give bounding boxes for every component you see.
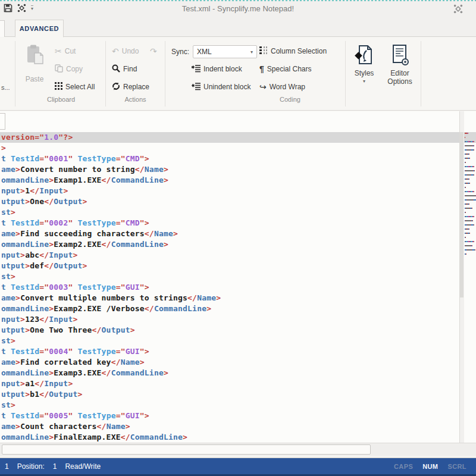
code-line[interactable]: ommandLine>Examp2.EXE</CommandLine>	[0, 239, 459, 250]
minimap-line	[465, 220, 476, 221]
styles-button[interactable]: Styles ▾	[349, 42, 380, 104]
code-line[interactable]: st>	[0, 207, 459, 218]
redo-button[interactable]: ↷	[150, 45, 157, 58]
paste-button[interactable]: Paste	[19, 42, 50, 104]
ribbon: s... Paste ✂ Cut Copy Select All Clipboa…	[0, 37, 476, 111]
code-line[interactable]: st>	[0, 400, 459, 411]
code-line[interactable]: ame>Find correlated key</Name>	[0, 357, 459, 368]
code-line[interactable]: ommandLine>Examp1.EXE</CommandLine>	[0, 175, 459, 186]
column-selection-label: Column Selection	[271, 47, 327, 55]
minimap-line	[465, 224, 476, 226]
select-all-icon	[55, 82, 62, 92]
group-divider	[105, 41, 106, 107]
code-line[interactable]: nput>a1</Input>	[0, 378, 459, 389]
code-line[interactable]: st>	[0, 271, 459, 282]
find-button[interactable]: Find	[112, 62, 137, 76]
unindent-block-label: Unindent block	[203, 83, 250, 91]
minimap-line	[465, 249, 476, 250]
minimap-line	[465, 137, 476, 138]
vertical-scrollbar-thumb[interactable]	[460, 132, 464, 298]
redo-icon: ↷	[150, 47, 157, 55]
code-line[interactable]: ame>Find succeeding characters</Name>	[0, 228, 459, 239]
minimap-line	[465, 195, 476, 196]
minimap-line	[465, 241, 476, 242]
fullscreen-toggle-icon[interactable]	[453, 4, 463, 16]
code-line[interactable]: nput>123</Input>	[0, 314, 459, 325]
status-mode: Read/Write	[65, 462, 101, 471]
code-line[interactable]: nput>abc</Input>	[0, 250, 459, 261]
code-line[interactable]: utput>One</Output>	[0, 196, 459, 207]
horizontal-scrollbar-thumb[interactable]	[2, 444, 371, 455]
minimap-line	[465, 183, 476, 184]
sync-label: Sync:	[171, 48, 189, 56]
code-lines[interactable]: version="1.0"?>>t TestId="0001" TestType…	[0, 132, 459, 443]
paste-icon	[19, 45, 50, 67]
code-line[interactable]: st>	[0, 336, 459, 346]
minimap[interactable]	[465, 133, 476, 275]
code-line[interactable]: ame>Convert multiple numbers to strings<…	[0, 293, 459, 303]
code-line[interactable]: t TestId="0002" TestType="CMD">	[0, 218, 459, 228]
undo-button[interactable]: ↶ Undo	[112, 45, 139, 58]
ribbon-tab-row	[0, 18, 476, 37]
code-line[interactable]: ommandLine>Examp3.EXE</CommandLine>	[0, 368, 459, 378]
code-line[interactable]: t TestId="0005" TestType="GUI">	[0, 411, 459, 421]
undo-icon: ↶	[112, 47, 119, 55]
unindent-block-button[interactable]: Unindent block	[192, 80, 250, 93]
minimap-line	[465, 208, 476, 209]
scrl-indicator: SCRL	[447, 463, 466, 470]
minimap-line	[465, 216, 476, 217]
status-line-number: 1	[5, 462, 9, 471]
window-title: Test.xml - Syncplify.me Notepad!	[0, 4, 476, 13]
minimap-line	[465, 174, 476, 176]
status-position-label: Position:	[17, 462, 45, 471]
status-bar: 1 Position: 1 Read/Write CAPS NUM SCRL I…	[0, 458, 476, 476]
minimap-line	[465, 212, 476, 213]
replace-button[interactable]: Replace	[112, 80, 149, 93]
actions-group-label: Actions	[107, 96, 164, 103]
select-all-button[interactable]: Select All	[55, 80, 95, 93]
code-line[interactable]: >	[0, 143, 459, 154]
minimap-line	[465, 233, 476, 234]
copy-button[interactable]: Copy	[55, 62, 83, 76]
minimap-line	[465, 145, 476, 146]
copy-label: Copy	[66, 65, 83, 73]
group-divider	[421, 41, 421, 107]
code-line[interactable]: nput>1</Input>	[0, 186, 459, 196]
status-position-value: 1	[53, 462, 57, 471]
word-wrap-button[interactable]: ↪ Word Wrap	[259, 80, 305, 93]
minimap-line	[465, 191, 476, 192]
code-line[interactable]: ame>Count characters</Name>	[0, 421, 459, 432]
minimap-line	[465, 141, 476, 142]
syntax-combobox[interactable]: XML ▾	[193, 45, 257, 58]
editor-options-button[interactable]: Editor Options	[384, 42, 415, 104]
minimap-line	[465, 245, 476, 246]
indent-block-button[interactable]: Indent block	[192, 62, 242, 76]
cut-icon: ✂	[55, 47, 62, 55]
column-selection-button[interactable]: Column Selection	[259, 45, 327, 58]
code-line[interactable]: utput>One Two Three</Output>	[0, 325, 459, 336]
select-all-label: Select All	[65, 83, 95, 91]
code-line[interactable]: t TestId="0003" TestType="GUI">	[0, 282, 459, 293]
tab-advanced[interactable]: ADVANCED	[15, 20, 64, 37]
replace-icon	[112, 82, 120, 92]
window-top-accent	[0, 0, 476, 1]
group-divider	[165, 41, 165, 107]
word-wrap-label: Word Wrap	[270, 83, 305, 91]
editor-options-label-1: Editor	[384, 69, 415, 77]
code-line[interactable]: utput>b1</Output>	[0, 389, 459, 400]
code-line[interactable]: utput>def</Output>	[0, 261, 459, 271]
code-line[interactable]: t TestId="0004" TestType="GUI">	[0, 346, 459, 357]
code-line[interactable]: ommandLine>Examp2.EXE /Verbose</CommandL…	[0, 303, 459, 314]
cut-button[interactable]: ✂ Cut	[55, 45, 76, 58]
code-line[interactable]: ommandLine>FinalExamp.EXE</CommandLine>	[0, 432, 459, 443]
coding-group-label: Coding	[238, 96, 342, 103]
tab-partial-left[interactable]	[0, 20, 5, 37]
partial-left-button[interactable]: s...	[1, 84, 10, 91]
copy-icon	[55, 64, 63, 74]
code-line[interactable]: version="1.0"?>	[0, 132, 459, 143]
minimap-line	[465, 149, 476, 151]
special-chars-button[interactable]: ¶ Special Chars	[259, 62, 312, 76]
chevron-down-icon: ▾	[250, 49, 253, 55]
code-line[interactable]: t TestId="0001" TestType="CMD">	[0, 154, 459, 164]
code-line[interactable]: ame>Convert number to string</Name>	[0, 164, 459, 175]
